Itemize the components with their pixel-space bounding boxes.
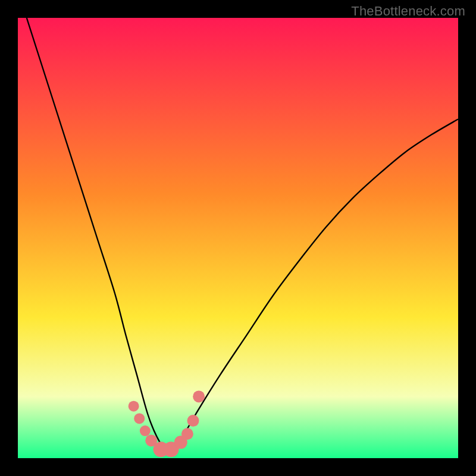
watermark-text: TheBottleneck.com (351, 4, 465, 19)
marker-dot (140, 425, 151, 436)
marker-dot (134, 413, 145, 424)
chart-frame: TheBottleneck.com (0, 0, 476, 476)
bottleneck-chart-svg (18, 18, 458, 458)
marker-dot (129, 401, 139, 412)
marker-dot (181, 428, 193, 440)
heat-gradient-bg (18, 18, 458, 458)
marker-dot (187, 415, 199, 427)
plot-area (18, 18, 458, 458)
marker-dot (193, 390, 205, 402)
